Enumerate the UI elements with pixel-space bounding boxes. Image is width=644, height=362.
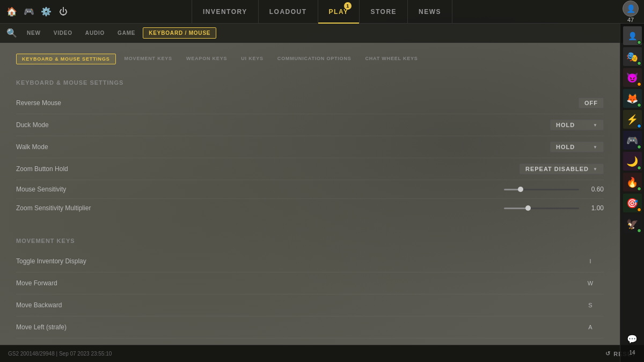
tab-ui-keys[interactable]: UI Keys [236,54,269,64]
player-avatar: 👤 [623,1,639,17]
status-indicator [637,187,641,191]
mouse-sensitivity-track[interactable] [504,189,579,190]
sidebar-avatar-4[interactable]: 🦊 [623,89,642,108]
play-badge: 1 [344,2,352,10]
move-forward-keybind[interactable]: W [577,278,604,289]
move-backward-keybind[interactable]: S [577,300,604,311]
reverse-mouse-value[interactable]: OFF [310,92,604,114]
table-row: Reverse Mouse OFF [16,92,604,114]
sub-tabs: 🔍 New Video Audio Game Keyboard / Mouse [0,24,644,43]
move-backward-label: Move Backward [16,294,310,316]
main-wrapper: 🏠 🎮 ⚙️ ⏻ Inventory Loadout Play 1 Store … [0,0,644,362]
zoom-sensitivity-track[interactable] [504,208,579,209]
player-count[interactable]: 👤 47 [623,1,639,23]
tab-chat-wheel-keys[interactable]: Chat Wheel Keys [360,54,423,64]
chevron-down-icon: ▼ [593,167,598,172]
move-backward-key[interactable]: S [310,294,604,316]
tab-weapon-keys[interactable]: Weapon Keys [181,54,232,64]
movement-keys-table: Toggle Inventory Display I Move Forward … [16,250,604,345]
status-text: GS2 200148/29948 | Sep 07 2023 23:55:10 [8,351,112,357]
duck-mode-dropdown[interactable]: HOLD ▼ [550,120,604,130]
movement-keys-section-title: Movement Keys [16,233,604,244]
keyboard-mouse-table: Reverse Mouse OFF Duck Mode HOLD ▼ [16,92,604,217]
nav-loadout[interactable]: Loadout [259,0,318,24]
top-nav-center: Inventory Loadout Play 1 Store News [70,0,574,24]
table-row: Move Forward W [16,272,604,294]
zoom-sensitivity-label: Zoom Sensitivity Multiplier [16,199,310,218]
table-row: Zoom Sensitivity Multiplier 1.00 [16,199,604,218]
zoom-sensitivity-number: 1.00 [584,204,604,212]
nav-news[interactable]: News [408,0,452,24]
sidebar-avatar-7[interactable]: 🌙 [623,152,642,171]
nav-play[interactable]: Play 1 [318,0,360,24]
subtab-audio[interactable]: Audio [80,28,110,38]
player-count-label: 47 [627,17,634,23]
controller-icon[interactable]: 🎮 [23,4,35,19]
tab-keyboard-mouse-settings[interactable]: Keyboard & Mouse Settings [16,54,116,64]
subtab-video[interactable]: Video [48,28,78,38]
chevron-down-icon: ▼ [593,145,598,150]
move-right-key[interactable]: D [310,338,604,345]
toggle-inventory-label: Toggle Inventory Display [16,250,310,272]
walk-mode-value[interactable]: HOLD ▼ [310,136,604,158]
settings-icon[interactable]: ⚙️ [40,4,53,19]
sidebar-bottom: 💬 14 [625,331,640,345]
sidebar-avatar-6[interactable]: 🎮 [623,131,642,150]
table-row: Zoom Button Hold REPEAT DISABLED ▼ [16,158,604,180]
move-forward-key[interactable]: W [310,272,604,294]
move-right-label: Move Right (strafe) [16,338,310,345]
table-row: Toggle Inventory Display I [16,250,604,272]
walk-mode-label: Walk Mode [16,136,310,158]
subtab-new[interactable]: New [21,28,46,38]
sidebar-avatar-5[interactable]: ⚡ [623,110,642,129]
mouse-sensitivity-value[interactable]: 0.60 [310,180,604,199]
home-icon[interactable]: 🏠 [5,4,18,19]
mouse-sensitivity-slider-container: 0.60 [310,186,604,193]
power-icon[interactable]: ⏻ [57,4,70,19]
reset-icon: ↺ [605,350,611,357]
sidebar-avatar-10[interactable]: 🦅 [623,215,642,233]
zoom-button-hold-label: Zoom Button Hold [16,158,310,180]
subtab-game[interactable]: Game [112,28,141,38]
move-left-keybind[interactable]: A [577,322,604,333]
status-indicator [637,124,641,128]
bottom-bar: GS2 200148/29948 | Sep 07 2023 23:55:10 … [0,345,644,362]
chevron-down-icon: ▼ [593,123,598,128]
duck-mode-value[interactable]: HOLD ▼ [310,114,604,136]
chat-icon[interactable]: 💬 [625,331,640,345]
subtab-keyboard-mouse[interactable]: Keyboard / Mouse [143,27,216,39]
mouse-sensitivity-thumb[interactable] [518,187,523,192]
tab-communication-options[interactable]: Communication Options [272,54,357,64]
toggle-inventory-keybind[interactable]: I [577,256,604,267]
zoom-button-hold-value[interactable]: REPEAT DISABLED ▼ [310,158,604,180]
table-row: Duck Mode HOLD ▼ [16,114,604,136]
reverse-mouse-toggle[interactable]: OFF [579,98,604,108]
zoom-sensitivity-slider-container: 1.00 [310,204,604,212]
mouse-sensitivity-label: Mouse Sensitivity [16,180,310,199]
nav-store[interactable]: Store [360,0,408,24]
status-indicator [637,166,641,170]
search-icon[interactable]: 🔍 [4,26,19,41]
tab-movement-keys[interactable]: Movement Keys [119,54,178,64]
move-left-key[interactable]: A [310,316,604,338]
mouse-sensitivity-number: 0.60 [584,186,604,193]
zoom-button-hold-dropdown[interactable]: REPEAT DISABLED ▼ [519,164,604,174]
walk-mode-dropdown[interactable]: HOLD ▼ [550,142,604,152]
status-indicator [637,145,641,149]
sidebar-avatar-1[interactable]: 👤 [623,43,642,45]
sidebar-avatar-2[interactable]: 🎭 [623,47,642,66]
top-nav-left: 🏠 🎮 ⚙️ ⏻ [5,4,70,19]
sidebar-avatar-8[interactable]: 🔥 [623,173,642,191]
settings-tabs: Keyboard & Mouse Settings Movement Keys … [16,54,604,64]
top-nav-right: 👤 47 [574,1,639,23]
status-indicator [637,103,641,107]
toggle-inventory-key[interactable]: I [310,250,604,272]
zoom-sensitivity-thumb[interactable] [525,205,531,211]
zoom-sensitivity-value[interactable]: 1.00 [310,199,604,218]
zoom-sensitivity-fill [504,208,528,209]
sidebar-avatar-9[interactable]: 🎯 [623,194,642,212]
duck-mode-label: Duck Mode [16,114,310,136]
nav-inventory[interactable]: Inventory [192,0,259,24]
keyboard-mouse-section-title: Keyboard & Mouse Settings [16,75,604,86]
sidebar-avatar-3[interactable]: 😈 [623,68,642,87]
